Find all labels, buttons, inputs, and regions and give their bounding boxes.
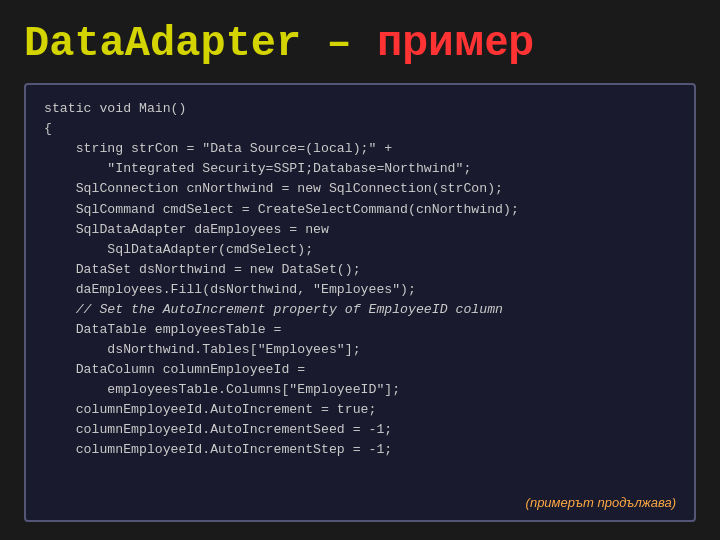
code-line: SqlDataAdapter daEmployees = new [44, 222, 329, 237]
code-line: dsNorthwind.Tables["Employees"]; [44, 342, 361, 357]
code-line: SqlCommand cmdSelect = CreateSelectComma… [44, 202, 519, 217]
code-line: columnEmployeeId.AutoIncrementSeed = -1; [44, 422, 392, 437]
code-line: { [44, 121, 52, 136]
code-line: employeesTable.Columns["EmployeeID"]; [44, 382, 400, 397]
code-line: string strCon = "Data Source=(local);" + [44, 141, 392, 156]
continuation-note: (примерът продължава) [526, 495, 676, 510]
code-line: columnEmployeeId.AutoIncrementStep = -1; [44, 442, 392, 457]
code-line: DataSet dsNorthwind = new DataSet(); [44, 262, 361, 277]
code-line: columnEmployeeId.AutoIncrement = true; [44, 402, 376, 417]
title-dash: – [301, 20, 377, 68]
code-line: SqlDataAdapter(cmdSelect); [44, 242, 313, 257]
title-code: DataAdapter [24, 20, 301, 68]
title-text: пример [377, 17, 534, 64]
page-title: DataAdapter – пример [24, 18, 696, 67]
code-line: daEmployees.Fill(dsNorthwind, "Employees… [44, 282, 416, 297]
code-content: static void Main() { string strCon = "Da… [44, 99, 676, 460]
code-line: SqlConnection cnNorthwind = new SqlConne… [44, 181, 503, 196]
code-box: static void Main() { string strCon = "Da… [24, 83, 696, 522]
code-line: "Integrated Security=SSPI;Database=North… [44, 161, 471, 176]
code-line: static void Main() [44, 101, 186, 116]
page-container: DataAdapter – пример static void Main() … [0, 0, 720, 540]
code-line: DataColumn columnEmployeeId = [44, 362, 305, 377]
code-line: // Set the AutoIncrement property of Emp… [44, 302, 503, 317]
code-line: DataTable employeesTable = [44, 322, 281, 337]
